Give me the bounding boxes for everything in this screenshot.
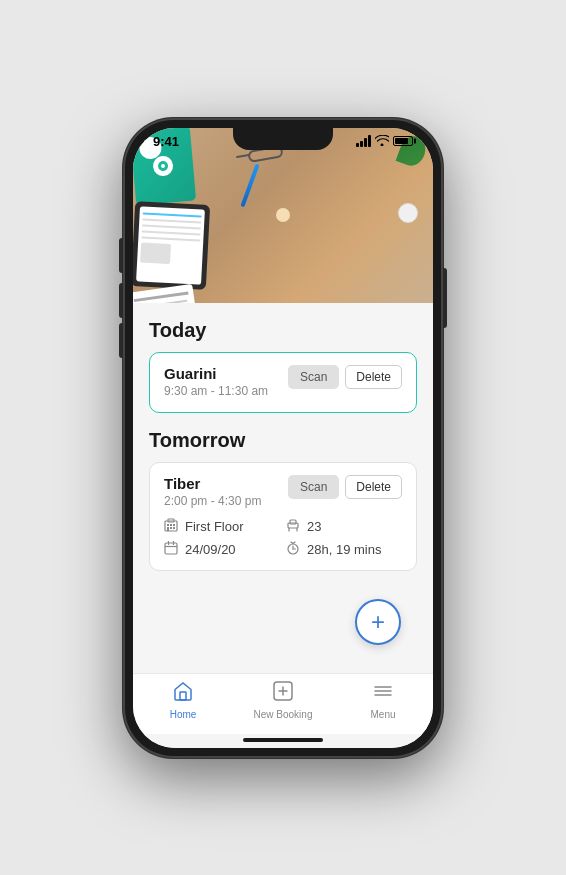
tomorrow-title: Tomorrow [149,429,417,452]
hero-image [133,128,433,303]
floor-detail: First Floor [164,518,280,535]
tiber-scan-button[interactable]: Scan [288,475,339,499]
bottom-nav: Home New Booking [133,673,433,734]
tiber-time: 2:00 pm - 4:30 pm [164,494,261,508]
nav-home[interactable]: Home [133,680,233,720]
date-text: 24/09/20 [185,542,236,557]
status-time: 9:41 [153,134,179,149]
svg-rect-23 [180,692,186,700]
tomorrow-section: Tomorrow Tiber 2:00 pm - 4:30 pm Scan De… [149,429,417,571]
today-section: Today Guarini 9:30 am - 11:30 am Scan De… [149,319,417,413]
duration-detail: 28h, 19 mins [286,541,402,558]
tiber-actions: Scan Delete [288,475,402,499]
timer-icon [286,541,300,558]
content-area: Today Guarini 9:30 am - 11:30 am Scan De… [133,303,433,673]
date-detail: 24/09/20 [164,541,280,558]
seats-detail: 23 [286,518,402,535]
airpods-item [398,203,418,223]
tiber-delete-button[interactable]: Delete [345,475,402,499]
seats-text: 23 [307,519,321,534]
duration-text: 28h, 19 mins [307,542,381,557]
guarini-delete-button[interactable]: Delete [345,365,402,389]
battery-icon [393,136,413,146]
svg-rect-6 [173,524,175,526]
tiber-details: First Floor 23 [164,518,402,558]
nav-menu[interactable]: Menu [333,680,433,720]
today-title: Today [149,319,417,342]
floor-text: First Floor [185,519,244,534]
notch [233,128,333,150]
pen-item [240,163,259,207]
svg-line-22 [293,542,295,544]
status-icons [356,135,413,148]
tiber-name: Tiber [164,475,261,492]
svg-rect-9 [173,527,175,529]
seat-icon [286,518,300,535]
guarini-time: 9:30 am - 11:30 am [164,384,268,398]
new-booking-label: New Booking [254,709,313,720]
home-icon [172,680,194,707]
signal-icon [356,135,371,147]
tiber-card: Tiber 2:00 pm - 4:30 pm Scan Delete [149,462,417,571]
calendar-icon [164,541,178,558]
phone-frame: 9:41 [123,118,443,758]
guarini-name: Guarini [164,365,268,382]
home-label: Home [170,709,197,720]
svg-rect-5 [170,524,172,526]
menu-icon [372,680,394,707]
svg-rect-14 [165,543,177,554]
nav-new-booking[interactable]: New Booking [233,680,333,720]
add-booking-fab[interactable]: + [355,599,401,645]
wifi-icon [375,135,389,148]
svg-rect-8 [170,527,172,529]
tablet-item [133,201,210,290]
fab-container: + [149,587,417,657]
building-icon [164,518,178,535]
guarini-scan-button[interactable]: Scan [288,365,339,389]
svg-rect-7 [167,527,169,531]
guarini-card: Guarini 9:30 am - 11:30 am Scan Delete [149,352,417,413]
home-bar [243,738,323,742]
home-indicator [133,734,433,748]
svg-rect-11 [290,520,296,524]
screen: 9:41 [133,128,433,748]
svg-rect-4 [167,524,169,526]
menu-label: Menu [370,709,395,720]
guarini-actions: Scan Delete [288,365,402,389]
new-booking-icon [272,680,294,707]
